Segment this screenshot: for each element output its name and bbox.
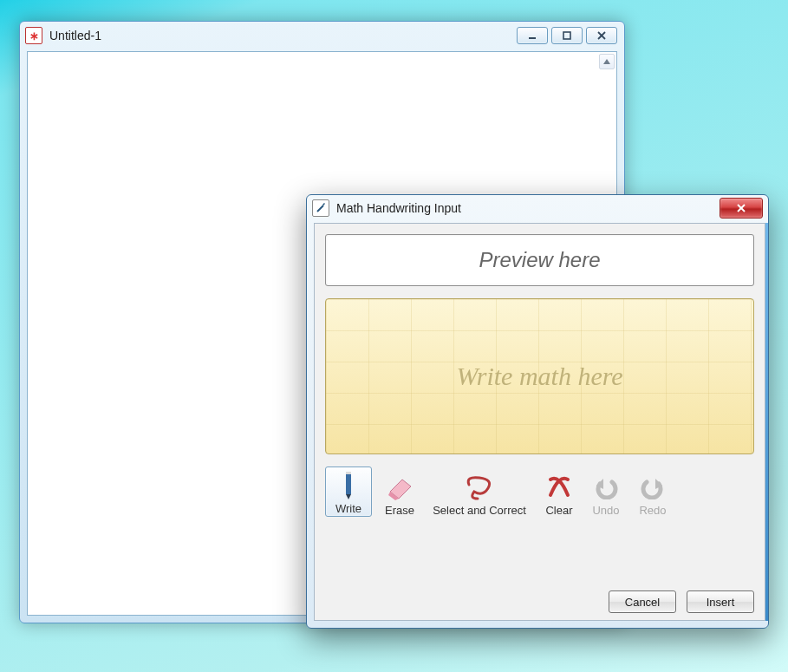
- write-tool[interactable]: Write: [325, 466, 372, 517]
- redo-label: Redo: [639, 504, 666, 517]
- svg-rect-1: [563, 32, 570, 39]
- redo-tool[interactable]: Redo: [634, 471, 672, 517]
- select-correct-tool[interactable]: Select and Correct: [427, 471, 531, 517]
- preview-placeholder: Preview here: [479, 248, 600, 272]
- svg-rect-11: [346, 472, 351, 474]
- close-icon: [596, 30, 607, 41]
- chevron-up-icon: [603, 58, 610, 65]
- close-button[interactable]: [586, 27, 617, 44]
- lasso-icon: [462, 471, 497, 504]
- undo-icon: [589, 471, 623, 504]
- undo-tool[interactable]: Undo: [587, 471, 625, 517]
- preview-area: Preview here: [325, 234, 754, 286]
- clear-tool[interactable]: Clear: [540, 471, 578, 517]
- eraser-icon: [382, 471, 417, 504]
- maximize-button[interactable]: [551, 27, 583, 44]
- dialog-button-row: Cancel Insert: [325, 582, 754, 613]
- minimize-icon: [527, 30, 537, 41]
- editor-title: Untitled-1: [49, 29, 517, 42]
- write-label: Write: [335, 502, 361, 515]
- clear-x-icon: [542, 471, 576, 504]
- editor-app-icon-glyph: ∗: [29, 29, 39, 42]
- dialog-app-icon: [312, 199, 329, 217]
- window-controls: [517, 27, 617, 44]
- pencil-icon: [316, 203, 326, 213]
- dialog-close-button[interactable]: [720, 198, 763, 219]
- insert-button[interactable]: Insert: [687, 590, 754, 613]
- undo-label: Undo: [592, 504, 619, 517]
- math-handwriting-dialog: Math Handwriting Input Preview here Writ…: [306, 194, 769, 629]
- erase-label: Erase: [385, 504, 414, 517]
- pen-icon: [331, 469, 366, 502]
- dialog-title: Math Handwriting Input: [336, 201, 720, 215]
- dialog-titlebar[interactable]: Math Handwriting Input: [307, 195, 768, 221]
- minimize-button[interactable]: [517, 27, 548, 44]
- canvas-placeholder: Write math here: [456, 362, 622, 391]
- dialog-body: Preview here Write math here Write Era: [314, 223, 765, 621]
- maximize-icon: [562, 30, 572, 41]
- redo-icon: [635, 471, 670, 504]
- erase-tool[interactable]: Erase: [381, 471, 419, 517]
- svg-marker-9: [346, 494, 351, 499]
- editor-app-icon: ∗: [25, 27, 42, 44]
- clear-label: Clear: [545, 504, 572, 517]
- scrollbar-up-button[interactable]: [599, 54, 615, 69]
- select-correct-label: Select and Correct: [433, 504, 526, 517]
- svg-line-5: [317, 206, 323, 212]
- cancel-button[interactable]: Cancel: [609, 590, 676, 613]
- tool-bar: Write Erase Select and Correct: [325, 466, 754, 517]
- handwriting-canvas[interactable]: Write math here: [325, 298, 754, 454]
- svg-marker-4: [603, 59, 610, 64]
- insert-label: Insert: [707, 596, 735, 609]
- cancel-label: Cancel: [625, 596, 660, 609]
- svg-rect-10: [346, 473, 351, 494]
- editor-titlebar[interactable]: ∗ Untitled-1: [20, 22, 624, 49]
- close-icon: [735, 203, 747, 213]
